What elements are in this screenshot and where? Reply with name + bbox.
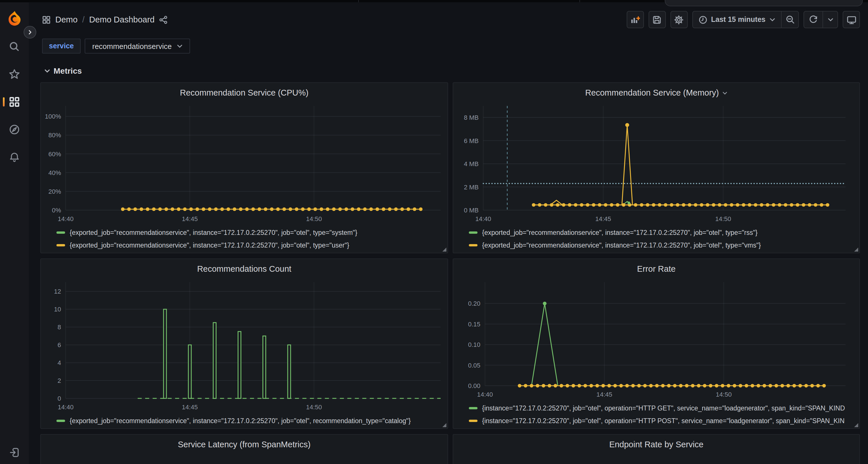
breadcrumb-page-title[interactable]: Demo Dashboard [89, 15, 154, 24]
save-dashboard-button[interactable] [648, 11, 665, 28]
legend-label: {exported_job="recommendationservice", i… [482, 242, 761, 249]
refresh-interval-caret[interactable] [823, 11, 837, 28]
svg-text:14:40: 14:40 [58, 403, 73, 411]
legend-swatch [57, 231, 65, 234]
legend-item[interactable]: {exported_job="recommendationservice", i… [469, 239, 859, 252]
svg-text:4: 4 [58, 359, 61, 366]
grafana-logo-icon[interactable] [6, 10, 23, 27]
panel-title[interactable]: Recommendation Service (Memory) [453, 83, 859, 100]
legend-item[interactable]: {instance="172.17.0.2:25270", job="otel"… [469, 415, 859, 427]
svg-text:14:50: 14:50 [306, 403, 322, 411]
expand-sidebar-button[interactable] [24, 26, 36, 39]
svg-text:14:45: 14:45 [182, 215, 198, 223]
legend-item[interactable]: {exported_job="recommendationservice", i… [57, 239, 447, 252]
svg-text:6 MB: 6 MB [464, 137, 478, 144]
panel-menu-caret-icon[interactable] [722, 92, 727, 95]
svg-text:0 MB: 0 MB [464, 207, 478, 214]
zoom-out-button[interactable] [781, 11, 798, 28]
breadcrumb-separator: / [82, 15, 84, 24]
memory-legend: {exported_job="recommendationservice", i… [453, 226, 859, 252]
row-header-metrics[interactable]: Metrics [44, 66, 82, 76]
refresh-button[interactable] [804, 11, 823, 28]
share-icon[interactable] [159, 15, 168, 24]
legend-swatch [57, 244, 65, 246]
legend-swatch [469, 244, 477, 246]
svg-text:8: 8 [58, 324, 61, 331]
panel-resize-handle[interactable] [854, 247, 858, 252]
cycle-view-mode-tv-icon[interactable] [843, 11, 860, 28]
svg-text:14:45: 14:45 [182, 403, 198, 411]
legend-swatch [469, 231, 477, 234]
error-rate-chart[interactable]: 14:4014:4514:500.000.050.100.150.20 [453, 276, 859, 402]
cpu-legend: {exported_job="recommendationservice", i… [41, 226, 447, 252]
panel-resize-handle[interactable] [442, 247, 446, 252]
chevron-down-icon [770, 18, 775, 22]
svg-text:14:50: 14:50 [306, 215, 322, 223]
panel-title[interactable]: Recommendations Count [41, 259, 447, 276]
panel-title[interactable]: Endpoint Rate by Service [453, 435, 859, 452]
time-range-group: Last 15 minutes [692, 11, 799, 28]
svg-text:2: 2 [58, 377, 61, 384]
legend-swatch [469, 407, 477, 409]
recommendations-count-chart[interactable]: 14:4014:4514:50024681012 [41, 276, 447, 415]
dashboard-toolbar: Last 15 minutes [626, 11, 860, 28]
panel-grid: Recommendation Service (CPU%) 14:4014:45… [40, 82, 860, 464]
breadcrumb-section[interactable]: Demo [55, 15, 78, 24]
dashboard-settings-gear-icon[interactable] [670, 11, 687, 28]
svg-text:0%: 0% [52, 207, 61, 214]
legend-item[interactable]: {exported_job="recommendationservice", i… [57, 415, 447, 427]
cpu-chart[interactable]: 14:4014:4514:500%20%40%60%80%100% [41, 100, 447, 226]
svg-text:40%: 40% [49, 169, 61, 176]
alerting-bell-icon[interactable] [9, 152, 20, 163]
panel-resize-handle[interactable] [854, 423, 858, 427]
svg-text:8 MB: 8 MB [464, 114, 478, 121]
error-rate-legend: {instance="172.17.0.2:25270", job="otel"… [453, 402, 859, 427]
svg-text:6: 6 [58, 341, 61, 349]
variable-label[interactable]: service [42, 39, 81, 54]
legend-item[interactable]: {exported_job="recommendationservice", i… [469, 226, 859, 239]
sidebar [0, 0, 29, 464]
svg-text:0.20: 0.20 [468, 300, 480, 307]
explore-compass-icon[interactable] [9, 124, 20, 135]
row-collapse-caret-icon [44, 69, 50, 73]
panel-recommendations-count[interactable]: Recommendations Count 14:4014:4514:50024… [40, 259, 448, 429]
time-range-picker[interactable]: Last 15 minutes [693, 11, 781, 28]
svg-text:14:45: 14:45 [596, 391, 612, 398]
legend-label: {exported_job="recommendationservice", i… [70, 418, 411, 424]
svg-text:80%: 80% [49, 132, 61, 139]
variable-value-dropdown[interactable]: recommendationservice [85, 39, 190, 54]
browser-overlay-tab [665, 0, 863, 6]
panel-title[interactable]: Service Latency (from SpanMetrics) [41, 435, 447, 452]
top-strip-separator [580, 0, 580, 2]
grafana-app: Demo / Demo Dashboard [0, 0, 868, 464]
panel-error-rate[interactable]: Error Rate 14:4014:4514:500.000.050.100.… [453, 259, 860, 429]
panel-endpoint-rate[interactable]: Endpoint Rate by Service [453, 434, 860, 464]
svg-text:14:40: 14:40 [58, 215, 73, 223]
svg-text:14:40: 14:40 [475, 215, 491, 223]
legend-label: {exported_job="recommendationservice", i… [482, 229, 758, 236]
legend-item[interactable]: {instance="172.17.0.2:25270", job="otel"… [469, 402, 859, 415]
dashboards-icon[interactable] [9, 96, 20, 108]
starred-icon[interactable] [9, 68, 20, 80]
panel-title[interactable]: Error Rate [453, 259, 859, 276]
memory-chart[interactable]: 14:4014:4514:500 MB2 MB4 MB6 MB8 MB [453, 100, 859, 226]
sign-in-icon[interactable] [9, 447, 20, 458]
legend-item[interactable]: {exported_job="recommendationservice", i… [57, 226, 447, 239]
panel-cpu[interactable]: Recommendation Service (CPU%) 14:4014:45… [40, 82, 448, 253]
add-panel-button[interactable] [626, 11, 644, 28]
active-nav-indicator [3, 97, 5, 106]
svg-text:14:45: 14:45 [595, 215, 611, 223]
legend-swatch [469, 420, 477, 422]
svg-text:12: 12 [54, 288, 61, 295]
svg-text:4 MB: 4 MB [464, 160, 478, 168]
svg-text:20%: 20% [49, 188, 61, 195]
svg-text:2 MB: 2 MB [464, 184, 478, 191]
panel-service-latency[interactable]: Service Latency (from SpanMetrics) [40, 434, 448, 464]
search-icon[interactable] [9, 41, 20, 53]
panel-title[interactable]: Recommendation Service (CPU%) [41, 83, 447, 100]
svg-text:14:50: 14:50 [715, 215, 731, 223]
panel-memory[interactable]: Recommendation Service (Memory) 14:4014:… [453, 82, 860, 253]
panel-resize-handle[interactable] [442, 423, 446, 427]
clock-icon [699, 15, 707, 24]
row-title: Metrics [54, 66, 82, 75]
